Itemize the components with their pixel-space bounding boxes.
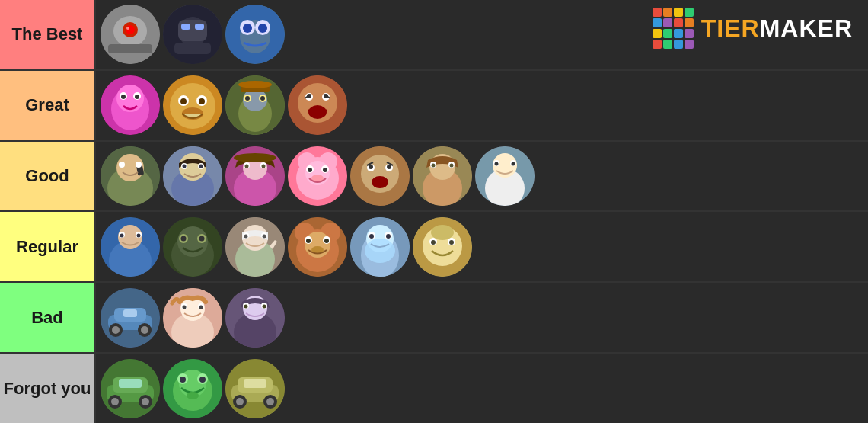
logo-cell bbox=[663, 8, 672, 17]
svg-point-77 bbox=[323, 168, 327, 172]
logo-cell bbox=[653, 29, 662, 38]
svg-point-76 bbox=[308, 168, 312, 172]
tier-content-bad bbox=[96, 283, 868, 352]
logo-cell bbox=[653, 18, 662, 27]
tier-content-forgot bbox=[96, 354, 868, 423]
svg-point-64 bbox=[234, 153, 276, 162]
logo-grid bbox=[653, 8, 694, 49]
tier-label-great: Great bbox=[0, 71, 96, 140]
list-item[interactable] bbox=[288, 217, 347, 277]
list-item[interactable] bbox=[163, 75, 222, 135]
logo-cell bbox=[663, 18, 672, 27]
svg-point-138 bbox=[386, 234, 391, 239]
svg-point-183 bbox=[187, 392, 199, 399]
tier-label-bad: Bad bbox=[0, 283, 96, 352]
logo-area: TiERMAKER bbox=[653, 8, 853, 49]
tier-maker-app: TiERMAKER The Best bbox=[0, 0, 868, 423]
list-item[interactable] bbox=[101, 75, 160, 135]
list-item[interactable] bbox=[413, 146, 472, 206]
svg-rect-9 bbox=[181, 24, 190, 30]
svg-point-106 bbox=[137, 233, 141, 237]
svg-point-67 bbox=[245, 165, 249, 168]
svg-point-3 bbox=[126, 25, 135, 34]
svg-point-36 bbox=[238, 81, 272, 88]
logo-cell bbox=[674, 40, 683, 49]
svg-rect-5 bbox=[108, 44, 152, 53]
tier-row-regular: Regular bbox=[0, 212, 868, 283]
tier-row-great: Great bbox=[0, 71, 868, 142]
logo-tier-text: TiER bbox=[701, 14, 760, 42]
logo-cell bbox=[663, 29, 672, 38]
svg-rect-191 bbox=[244, 379, 266, 388]
list-item[interactable] bbox=[225, 288, 285, 348]
svg-point-59 bbox=[183, 165, 187, 168]
list-item[interactable] bbox=[288, 75, 347, 135]
svg-point-92 bbox=[450, 164, 454, 168]
svg-point-68 bbox=[262, 165, 266, 168]
tier-label-good: Good bbox=[0, 142, 96, 211]
svg-rect-10 bbox=[195, 24, 204, 30]
logo-cell bbox=[663, 40, 672, 49]
list-item[interactable] bbox=[101, 359, 160, 418]
list-item[interactable] bbox=[225, 5, 285, 64]
logo-cell bbox=[674, 8, 683, 17]
logo-maker-text: MAKER bbox=[760, 14, 853, 42]
list-item[interactable] bbox=[350, 146, 410, 206]
svg-point-39 bbox=[245, 96, 250, 101]
list-item[interactable] bbox=[163, 359, 222, 418]
logo-text: TiERMAKER bbox=[701, 14, 853, 43]
svg-point-112 bbox=[181, 236, 187, 241]
svg-point-182 bbox=[199, 377, 206, 383]
tier-label-the-best: The Best bbox=[0, 0, 96, 69]
list-item[interactable] bbox=[163, 5, 222, 64]
logo-cell bbox=[674, 29, 683, 38]
svg-point-53 bbox=[136, 162, 142, 168]
list-item[interactable] bbox=[413, 217, 472, 277]
svg-point-113 bbox=[199, 236, 205, 241]
svg-point-84 bbox=[387, 165, 391, 169]
svg-point-166 bbox=[244, 304, 248, 308]
svg-rect-11 bbox=[174, 43, 211, 54]
svg-point-4 bbox=[126, 27, 129, 30]
list-item[interactable] bbox=[225, 146, 285, 206]
tier-label-forgot: Forgot you bbox=[0, 354, 96, 423]
list-item[interactable] bbox=[475, 146, 535, 206]
svg-point-152 bbox=[141, 326, 148, 334]
list-item[interactable] bbox=[101, 288, 160, 348]
tier-row-good: Good bbox=[0, 142, 868, 213]
svg-point-144 bbox=[449, 240, 454, 245]
tier-content-great bbox=[96, 71, 868, 140]
list-item[interactable] bbox=[225, 217, 285, 277]
svg-point-167 bbox=[263, 304, 266, 308]
svg-point-105 bbox=[120, 233, 124, 237]
svg-point-29 bbox=[180, 98, 187, 104]
logo-cell bbox=[685, 18, 694, 27]
list-item[interactable] bbox=[225, 359, 285, 418]
list-item[interactable] bbox=[350, 217, 410, 277]
svg-point-26 bbox=[170, 83, 215, 129]
svg-point-119 bbox=[244, 234, 248, 238]
list-item[interactable] bbox=[101, 217, 160, 277]
list-item[interactable] bbox=[288, 146, 347, 206]
logo-cell bbox=[653, 40, 662, 49]
logo-cell bbox=[685, 40, 694, 49]
svg-rect-153 bbox=[123, 309, 137, 317]
svg-point-145 bbox=[431, 225, 454, 240]
tier-table: The Best bbox=[0, 0, 868, 423]
svg-point-190 bbox=[266, 398, 274, 405]
list-item[interactable] bbox=[101, 146, 160, 206]
svg-point-174 bbox=[142, 398, 149, 405]
svg-point-137 bbox=[369, 234, 374, 239]
tier-row-bad: Bad bbox=[0, 283, 868, 354]
list-item[interactable] bbox=[225, 75, 285, 135]
tier-content-regular bbox=[96, 212, 868, 281]
tier-row-forgot: Forgot you bbox=[0, 354, 868, 423]
logo-cell bbox=[653, 8, 662, 17]
svg-point-160 bbox=[199, 305, 203, 309]
list-item[interactable] bbox=[163, 288, 222, 348]
list-item[interactable] bbox=[163, 217, 222, 277]
list-item[interactable] bbox=[163, 146, 222, 206]
svg-point-40 bbox=[260, 96, 265, 101]
list-item[interactable] bbox=[101, 5, 160, 64]
svg-point-23 bbox=[121, 95, 126, 99]
